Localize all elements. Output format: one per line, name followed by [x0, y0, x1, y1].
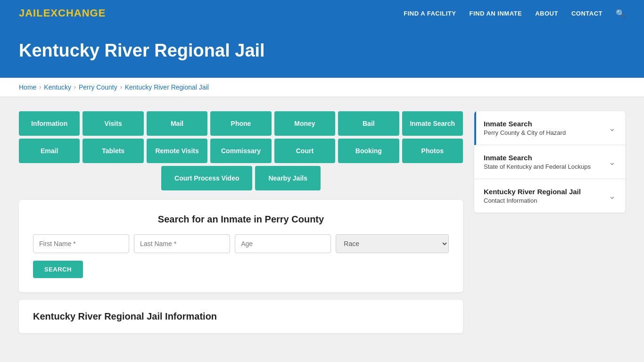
- chevron-down-icon: ⌄: [609, 123, 616, 133]
- btn-phone[interactable]: Phone: [210, 111, 271, 136]
- search-icon[interactable]: 🔍: [616, 9, 625, 18]
- sidebar-item-kentucky-subtitle: State of Kentucky and Federal Lockups: [484, 163, 591, 170]
- logo-exchange: EXCHANGE: [43, 7, 106, 19]
- breadcrumb-current: Kentucky River Regional Jail: [125, 83, 209, 91]
- chevron-down-icon-2: ⌄: [609, 157, 616, 167]
- breadcrumb-sep-3: ›: [120, 84, 122, 90]
- button-grid-row3: Court Process Video Nearby Jails: [19, 166, 463, 190]
- button-grid-row1: Information Visits Mail Phone Money Bail…: [19, 111, 463, 136]
- hero-section: Kentucky River Regional Jail: [0, 26, 644, 78]
- nav-contact[interactable]: CONTACT: [571, 10, 603, 17]
- info-title: Kentucky River Regional Jail Information: [33, 311, 449, 322]
- btn-mail[interactable]: Mail: [147, 111, 207, 136]
- sidebar: Inmate Search Perry County & City of Haz…: [474, 111, 625, 333]
- search-title: Search for an Inmate in Perry County: [33, 214, 449, 225]
- breadcrumb-home[interactable]: Home: [19, 83, 36, 91]
- search-fields: Race White Black Hispanic Asian Other: [33, 234, 449, 253]
- page-title: Kentucky River Regional Jail: [19, 41, 625, 61]
- nav-about[interactable]: ABOUT: [535, 10, 558, 17]
- sidebar-item-perry[interactable]: Inmate Search Perry County & City of Haz…: [474, 111, 625, 145]
- breadcrumb-sep-2: ›: [74, 84, 76, 90]
- sidebar-item-contact[interactable]: Kentucky River Regional Jail Contact Inf…: [474, 179, 625, 213]
- btn-nearby-jails[interactable]: Nearby Jails: [255, 166, 321, 190]
- btn-visits[interactable]: Visits: [83, 111, 143, 136]
- btn-commissary[interactable]: Commissary: [210, 139, 271, 163]
- button-grid-row2: Email Tablets Remote Visits Commissary C…: [19, 139, 463, 163]
- breadcrumb: Home › Kentucky › Perry County › Kentuck…: [19, 83, 625, 91]
- btn-remote-visits[interactable]: Remote Visits: [147, 139, 207, 163]
- nav-find-facility[interactable]: FIND A FACILITY: [404, 10, 456, 17]
- btn-booking[interactable]: Booking: [338, 139, 399, 163]
- btn-information[interactable]: Information: [19, 111, 80, 136]
- chevron-down-icon-3: ⌄: [609, 191, 616, 201]
- btn-email[interactable]: Email: [19, 139, 80, 163]
- sidebar-item-kentucky[interactable]: Inmate Search State of Kentucky and Fede…: [474, 145, 625, 179]
- breadcrumb-bar: Home › Kentucky › Perry County › Kentuck…: [0, 78, 644, 97]
- logo-jail: JAIL: [19, 7, 43, 19]
- sidebar-item-contact-title: Kentucky River Regional Jail: [484, 188, 581, 196]
- content-wrapper: Information Visits Mail Phone Money Bail…: [0, 97, 644, 347]
- sidebar-card: Inmate Search Perry County & City of Haz…: [474, 111, 625, 213]
- race-select[interactable]: Race White Black Hispanic Asian Other: [336, 234, 449, 253]
- nav-find-inmate[interactable]: FIND AN INMATE: [469, 10, 522, 17]
- sidebar-item-kentucky-text: Inmate Search State of Kentucky and Fede…: [484, 154, 591, 170]
- btn-court-process-video[interactable]: Court Process Video: [161, 166, 252, 190]
- btn-money[interactable]: Money: [274, 111, 335, 136]
- btn-photos[interactable]: Photos: [402, 139, 463, 163]
- sidebar-item-contact-text: Kentucky River Regional Jail Contact Inf…: [484, 188, 581, 204]
- sidebar-item-contact-subtitle: Contact Information: [484, 197, 581, 204]
- btn-inmate-search[interactable]: Inmate Search: [402, 111, 463, 136]
- header: JAILEXCHANGE FIND A FACILITY FIND AN INM…: [0, 0, 644, 26]
- inmate-search-section: Search for an Inmate in Perry County Rac…: [19, 200, 463, 292]
- logo[interactable]: JAILEXCHANGE: [19, 7, 106, 19]
- last-name-input[interactable]: [134, 234, 230, 253]
- btn-court[interactable]: Court: [274, 139, 335, 163]
- sidebar-item-perry-title: Inmate Search: [484, 120, 566, 128]
- sidebar-item-kentucky-title: Inmate Search: [484, 154, 591, 162]
- breadcrumb-sep-1: ›: [39, 84, 41, 90]
- main-nav: FIND A FACILITY FIND AN INMATE ABOUT CON…: [404, 9, 625, 18]
- first-name-input[interactable]: [33, 234, 129, 253]
- main-column: Information Visits Mail Phone Money Bail…: [19, 111, 463, 333]
- breadcrumb-kentucky[interactable]: Kentucky: [44, 83, 71, 91]
- btn-bail[interactable]: Bail: [338, 111, 399, 136]
- info-section: Kentucky River Regional Jail Information: [19, 300, 463, 333]
- sidebar-item-perry-text: Inmate Search Perry County & City of Haz…: [484, 120, 566, 136]
- sidebar-item-perry-subtitle: Perry County & City of Hazard: [484, 129, 566, 136]
- breadcrumb-perry-county[interactable]: Perry County: [79, 83, 117, 91]
- age-input[interactable]: [235, 234, 331, 253]
- search-button[interactable]: SEARCH: [33, 261, 83, 278]
- btn-tablets[interactable]: Tablets: [83, 139, 143, 163]
